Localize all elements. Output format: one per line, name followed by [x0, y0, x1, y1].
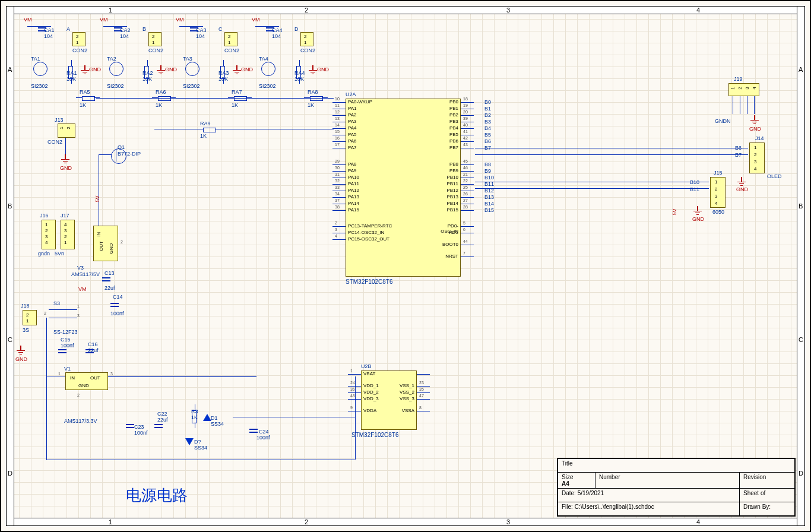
resistor-ra9: [197, 126, 221, 132]
connector-j13: [58, 124, 75, 138]
v3-ref: V3: [77, 265, 84, 271]
schematic-sheet: 1 2 3 4 1 2 3 4 A B C D A B C D VMCA1104…: [0, 0, 811, 532]
net-b11: B11: [690, 186, 699, 192]
row-cr: C: [799, 336, 803, 343]
j16-ref: J16: [40, 213, 49, 218]
c23-val: 100nf: [134, 430, 148, 436]
j15-type: 6050: [712, 209, 724, 215]
d1-ref: D1: [211, 415, 218, 421]
net-b10: B10: [690, 179, 699, 185]
tb-rev-lbl: Revision: [743, 474, 766, 480]
tb-date-lbl: Date:: [562, 490, 576, 496]
u2b-ref: U2B: [361, 363, 372, 369]
j14-type: OLED: [767, 173, 782, 179]
row-ar: A: [799, 66, 803, 73]
q1-ref: Q1: [118, 144, 125, 150]
c22-ref: C22: [157, 411, 167, 417]
tb-file-lbl: File:: [562, 504, 573, 510]
v3-in: IN: [96, 232, 102, 237]
j17-type: 5Vn: [55, 251, 64, 256]
connector-j14: [749, 142, 765, 173]
col-3b: 3: [506, 518, 510, 525]
title-block: Title SizeA4 Number Revision Date: 5/19/…: [557, 458, 796, 517]
connector-j17: [61, 220, 75, 249]
tb-num-lbl: Number: [599, 474, 620, 480]
j13-ref: J13: [55, 117, 64, 123]
gnd-label3: GND: [749, 126, 761, 132]
driver-cell-D: VMCA410421DCON2TA4RA410KSI2302GNDRA81K: [255, 19, 330, 108]
c23-ref: C23: [134, 424, 144, 430]
gnd-label4: GND: [736, 186, 748, 192]
tb-sheet: Sheet of: [743, 490, 765, 496]
resistor-r3: [192, 404, 198, 428]
border-left: A B C D: [6, 6, 14, 526]
gnd-label: GND: [60, 165, 72, 171]
c13-ref: C13: [104, 270, 115, 276]
row-c: C: [8, 336, 12, 343]
net-vm2: VM: [78, 286, 87, 292]
q1-type: B772-DIP: [118, 151, 141, 157]
c24-val: 100nf: [256, 435, 270, 441]
c22-val: 22uf: [157, 417, 168, 423]
ra9-val: 1K: [200, 133, 207, 139]
c15-ref: C15: [61, 337, 71, 343]
border-bottom: 1 2 3 4: [7, 518, 804, 526]
u2a-part: STM32F102C8T6: [346, 278, 392, 285]
c14-val: 100nf: [110, 311, 124, 316]
col-2b: 2: [305, 518, 308, 525]
driver-cell-A: VMCA110421ACON2TA1RA110KSI2302GNDRA51K: [27, 19, 102, 108]
v1-ref: V1: [64, 366, 71, 372]
j17-ref: J17: [61, 213, 69, 218]
u2b-part: STM32F102C8T6: [351, 432, 398, 438]
row-dr: D: [799, 470, 803, 477]
section-label: 电源电路: [126, 485, 188, 506]
row-br: B: [799, 202, 803, 210]
col-3: 3: [506, 7, 510, 14]
c24-ref: C24: [259, 429, 269, 435]
driver-cell-B: VMCA210421BCON2TA2RA210KSI2302GNDRA61K: [103, 19, 178, 108]
j19-type: GNDN: [715, 118, 731, 124]
tb-drawn: Drawn By:: [743, 504, 771, 510]
s3-ref: S3: [53, 300, 60, 306]
driver-cell-C: VMCA310421CCON2TA3RA310KSI2302GNDRA71K: [179, 19, 254, 108]
connector-j19: [728, 83, 759, 96]
v3-type: AMS117/5V: [71, 271, 100, 277]
c16-ref: C16: [88, 341, 98, 347]
gnd-label5: GND: [692, 216, 704, 222]
row-b: B: [8, 202, 12, 210]
border-right: A B C D: [797, 6, 805, 526]
j15-ref: J15: [714, 170, 723, 176]
v1-out: OUT: [90, 375, 100, 381]
c15-val: 100nf: [61, 343, 74, 349]
net-b7: B7: [735, 152, 742, 158]
connector-j16: [42, 220, 56, 249]
col-4b: 4: [696, 518, 700, 525]
net-5v: 5V: [94, 195, 100, 202]
v3-out: OUT: [99, 241, 104, 251]
s3-type: SS-12F23: [53, 329, 78, 335]
j19-ref: J19: [734, 76, 743, 82]
v1-type: AMS117/3.3V: [64, 418, 97, 424]
border-top: 1 2 3 4: [7, 6, 804, 14]
gnd-icon: [17, 346, 25, 354]
regulator-v3: [93, 226, 118, 261]
c14-ref: C14: [113, 294, 123, 300]
c13-val: 22uf: [104, 285, 115, 291]
tb-size-lbl: Size: [562, 474, 573, 480]
d1-val: SS34: [211, 421, 224, 427]
connector-j15: [710, 177, 726, 208]
col-4: 4: [696, 7, 700, 14]
col-1b: 1: [109, 518, 112, 525]
ra9-ref: RA9: [200, 121, 211, 126]
gnd-icon: [61, 154, 69, 163]
gnd-icon: [693, 206, 702, 214]
v3-gnd: GND: [109, 243, 114, 254]
d2-ref: D?: [194, 439, 201, 445]
row-a: A: [8, 66, 12, 73]
d2-val: SS34: [194, 445, 207, 451]
gnd-icon: [737, 177, 746, 185]
tb-size: A4: [562, 480, 569, 487]
gnd-icon: [750, 115, 759, 124]
col-1: 1: [109, 7, 112, 14]
row-d: D: [8, 470, 12, 477]
